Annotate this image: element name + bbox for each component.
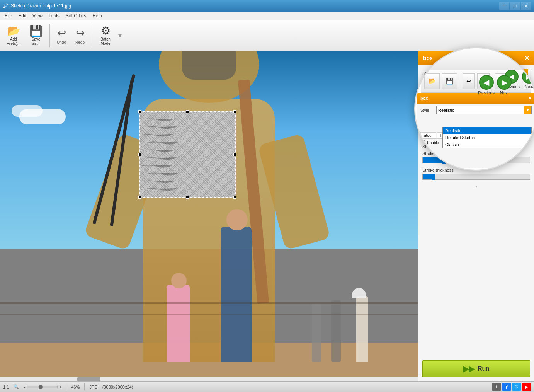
zoom-slider-area[interactable]: - + [24,385,61,389]
twitter-icon-btn[interactable]: 𝕏 [512,383,521,391]
hscroll-thumb[interactable] [77,377,100,381]
zoom-percent: 46% [71,385,80,389]
magnify-toolbar-bg [415,48,534,70]
next-nav-button[interactable]: ▶ [522,70,534,84]
window-controls: ─ □ ✕ [499,2,531,10]
file-dimensions: (3000x2000x24) [102,385,133,389]
gorilla-face [182,51,236,80]
handle-bot-right[interactable] [233,196,236,199]
info-icon-btn[interactable]: ℹ [492,383,501,391]
zoom-icon: 🔍 [14,384,19,389]
railing-top [0,302,418,304]
outer-prev-button[interactable]: ◀ [479,75,494,90]
batch-mode-button[interactable]: ⚙ BatchMode [95,22,116,49]
bg-person-2 [331,300,341,362]
canvas-area[interactable] [0,51,418,381]
run-label: Run [478,365,490,372]
zoom-minus-icon[interactable]: - [24,385,25,389]
svg-rect-3 [140,112,235,197]
menu-help[interactable]: Help [89,12,105,19]
redo-icon: ↪ [76,27,85,39]
save-as-button[interactable]: 💾 Saveas... [26,22,46,49]
zoom-track[interactable] [27,386,58,388]
save-label: Saveas... [32,37,41,46]
sketch-preview [140,112,235,197]
man-head [226,209,248,230]
undo-icon: ↩ [57,27,66,39]
stroke-thickness-thumb[interactable] [432,174,435,180]
magnify-tb-btn-2[interactable]: 💾 [442,73,457,89]
close-button[interactable]: ✕ [521,2,531,10]
outer-prev-group: ◀ Previous [478,75,495,95]
maximize-button[interactable]: □ [510,2,520,10]
menu-edit[interactable]: Edit [15,12,29,19]
magnify-panel-header: box ✕ [417,93,534,104]
add-files-button[interactable]: 📂 AddFile(s)... [3,22,24,49]
add-files-label: AddFile(s)... [7,37,20,46]
outer-prev-label: Previous [478,90,495,95]
magnify-style-row: Style Realistic ▼ [417,104,534,117]
facebook-icon-btn[interactable]: f [502,383,511,391]
outer-nav-area: ◀ Previous ▶ Next [478,75,512,95]
magnify-tab-contour[interactable]: ntour [420,132,436,138]
next-arrow-icon: ▶ [526,72,532,81]
menu-view[interactable]: View [29,12,46,19]
sketch-selection-rect[interactable] [139,111,236,198]
run-arrow-icon: ▶▶ [463,364,474,373]
magnify-style-dropdown[interactable]: Realistic ▼ [436,106,532,114]
menu-file[interactable]: File [2,12,15,19]
handle-mid-left[interactable] [138,153,141,156]
window-title: Sketch Drawer - otp-1711.jpg [11,3,71,9]
magnify-tb-btn-1[interactable]: 📂 [424,73,440,89]
redo-button[interactable]: ↪ Redo [71,22,88,49]
handle-bot-mid[interactable] [186,196,189,199]
batch-icon: ⚙ [101,26,111,36]
zoom-thumb[interactable] [39,385,43,389]
toolbar-more-icon: ▾ [118,31,122,40]
stroke-thickness-slider[interactable] [422,174,530,180]
magnify-enable-checkbox[interactable] [420,140,425,145]
handle-top-right[interactable] [233,110,236,113]
railing-bottom [0,314,418,315]
menubar: File Edit View Tools SoftOrbits Help [0,12,534,20]
magnify-option-detailed[interactable]: Detailed Sketch [443,134,531,141]
toolbar: 📂 AddFile(s)... 💾 Saveas... ↩ Undo ↪ Red… [0,20,534,51]
cloud-2 [12,105,43,117]
outer-next-button[interactable]: ▶ [497,75,512,90]
magnify-enable-label: Enable [427,141,439,145]
horizontal-scrollbar[interactable] [0,377,418,381]
status-social-icons: ℹ f 𝕏 ▶ [492,383,531,391]
zoom-plus-icon[interactable]: + [59,385,61,389]
next-btn-group: ▶ Next [522,70,534,89]
magnify-close-btn[interactable]: ✕ [528,96,532,101]
bg-person-3 [356,296,368,362]
undo-button[interactable]: ↩ Undo [53,22,70,49]
magnify-inner: 📂 💾 ↩ ↪ ⚙ [415,48,534,170]
man-body [221,227,252,362]
handle-top-left[interactable] [138,110,141,113]
youtube-icon-btn[interactable]: ▶ [522,383,531,391]
magnify-overlay: 📂 💾 ↩ ↪ ⚙ [414,47,534,171]
girl-head [171,273,187,288]
batch-label: BatchMode [100,37,111,46]
magnify-option-classic[interactable]: Classic [443,141,531,148]
magnify-open-dropdown: Realistic Detailed Sketch Classic [442,127,532,148]
girl-body [167,285,190,362]
magnify-sep-1 [460,74,460,88]
save-icon: 💾 [29,26,43,36]
magnify-option-realistic[interactable]: Realistic [443,127,531,134]
bg-hat [352,288,366,298]
magnify-tb-btn-3[interactable]: ↩ [463,73,475,89]
magnify-dropdown-arrow[interactable]: ▼ [524,106,531,114]
next-nav-label: Next [525,84,534,89]
toolbar-separator-1 [49,24,50,47]
handle-bot-left[interactable] [138,196,141,199]
menu-softorbits[interactable]: SoftOrbits [63,12,89,19]
outer-next-label: Next [500,90,509,95]
minimize-button[interactable]: ─ [499,2,509,10]
statusbar: 1:1 🔍 - + 46% JPG (3000x2000x24) ℹ f 𝕏 ▶ [0,381,534,392]
handle-mid-right[interactable] [233,153,236,156]
run-button[interactable]: ▶▶ Run [422,360,530,377]
menu-tools[interactable]: Tools [46,12,63,19]
handle-top-mid[interactable] [186,110,189,113]
